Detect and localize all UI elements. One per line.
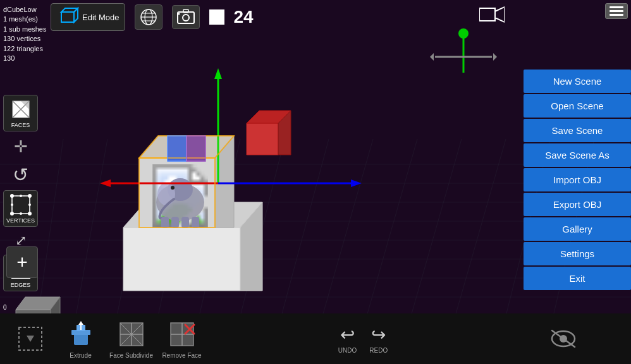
svg-marker-22 <box>123 228 240 291</box>
settings-button[interactable]: Settings <box>524 242 631 265</box>
hamburger-line-1 <box>610 6 623 8</box>
sub-meshes: 1 sub meshes <box>3 25 46 34</box>
face-subdivide-label: Face Subdivide <box>109 352 153 359</box>
svg-point-66 <box>178 13 180 15</box>
frame-counter: 24 <box>234 7 254 27</box>
coord-value: 0 <box>3 304 7 311</box>
svg-marker-67 <box>479 8 495 21</box>
hamburger-line-3 <box>610 14 623 16</box>
top-toolbar: Edit Mode 24 <box>51 3 254 31</box>
svg-point-85 <box>28 212 32 215</box>
svg-point-87 <box>20 212 22 215</box>
object-name: dCubeLow <box>3 5 46 15</box>
svg-marker-69 <box>495 7 505 22</box>
svg-marker-99 <box>78 321 83 325</box>
remove-face-tool-button[interactable]: Remove Face <box>158 318 205 359</box>
visibility-button[interactable] <box>539 323 587 355</box>
svg-point-36 <box>171 186 175 190</box>
mesh-count: 1 mesh(es) <box>3 15 46 24</box>
svg-marker-54 <box>61 12 74 22</box>
globe-icon <box>139 8 158 27</box>
svg-rect-80 <box>12 196 30 214</box>
svg-rect-37 <box>161 217 169 228</box>
extra-count: 130 <box>3 54 46 63</box>
vertices-label: VERTICES <box>6 217 35 224</box>
screenshot-icon <box>176 8 195 26</box>
add-icon: + <box>16 252 28 273</box>
redo-icon: ↪ <box>371 324 386 345</box>
vertices-icon <box>9 193 32 216</box>
svg-marker-30 <box>247 123 278 155</box>
remove-face-icon <box>166 318 198 350</box>
svg-marker-49 <box>168 136 187 161</box>
svg-point-88 <box>11 203 13 206</box>
open-scene-button[interactable]: Open Scene <box>524 94 631 118</box>
vertices-tool-button[interactable]: VERTICES <box>3 190 38 227</box>
svg-marker-50 <box>187 136 205 161</box>
face-subdivide-icon <box>116 318 147 350</box>
svg-point-86 <box>20 195 22 197</box>
face-subdivide-tool-button[interactable]: Face Subdivide <box>107 318 155 359</box>
right-menu-panel: New Scene Open Scene Save Scene Save Sce… <box>524 70 631 290</box>
add-object-button[interactable]: + <box>6 246 38 278</box>
svg-point-84 <box>10 212 14 215</box>
move-tool-button[interactable]: ✛ <box>11 135 30 159</box>
svg-marker-56 <box>74 8 78 22</box>
edges-label: EDGES <box>11 282 31 288</box>
faces-tool-button[interactable]: FACES <box>3 95 38 131</box>
select-tool-button[interactable] <box>6 323 54 355</box>
gallery-button[interactable]: Gallery <box>524 217 631 241</box>
svg-rect-39 <box>181 217 189 228</box>
vertices-count: 130 vertices <box>3 34 46 44</box>
camera-icon <box>479 5 505 24</box>
triangles-count: 122 triangles <box>3 44 46 54</box>
select-icon <box>15 323 46 355</box>
svg-rect-38 <box>171 217 179 228</box>
save-scene-button[interactable]: Save Scene <box>524 119 631 142</box>
world-view-button[interactable] <box>135 4 162 30</box>
screenshot-button[interactable] <box>172 5 200 29</box>
export-obj-button[interactable]: Export OBJ <box>524 193 631 216</box>
undo-label: UNDO <box>338 347 357 354</box>
svg-rect-81 <box>12 196 30 214</box>
redo-button[interactable]: ↪ REDO <box>369 324 388 354</box>
white-square-icon <box>209 9 224 25</box>
edit-mode-label: Edit Mode <box>82 13 119 22</box>
bottom-toolbar: Extrude Face Subdivide <box>0 313 631 364</box>
box-3d-icon <box>56 6 79 28</box>
svg-rect-68 <box>479 8 495 21</box>
svg-point-71 <box>458 28 469 39</box>
save-scene-as-button[interactable]: Save Scene As <box>524 143 631 167</box>
undo-button[interactable]: ↩ UNDO <box>338 324 357 354</box>
svg-rect-95 <box>74 334 88 345</box>
svg-rect-65 <box>183 9 188 13</box>
object-info: dCubeLow 1 mesh(es) 1 sub meshes 130 ver… <box>3 5 46 63</box>
compass-icon <box>429 28 498 85</box>
redo-label: REDO <box>369 347 388 354</box>
hamburger-menu-button[interactable] <box>605 3 628 19</box>
extrude-tool-button[interactable]: Extrude <box>57 318 104 359</box>
svg-rect-40 <box>192 217 199 228</box>
remove-face-label: Remove Face <box>162 352 201 359</box>
camera-button[interactable] <box>479 5 505 27</box>
rotate-tool-button[interactable]: ↺ <box>11 162 30 187</box>
nav-compass[interactable] <box>429 28 498 88</box>
svg-marker-74 <box>493 53 497 61</box>
extrude-label: Extrude <box>70 352 91 359</box>
new-scene-button[interactable]: New Scene <box>524 70 631 93</box>
edit-mode-button[interactable]: Edit Mode <box>51 3 125 31</box>
svg-point-89 <box>28 203 31 206</box>
svg-point-64 <box>183 15 189 21</box>
eye-icon <box>548 323 579 355</box>
import-obj-button[interactable]: Import OBJ <box>524 168 631 191</box>
svg-point-83 <box>28 194 32 198</box>
svg-marker-75 <box>430 53 434 61</box>
faces-icon <box>9 98 32 121</box>
extrude-icon <box>65 318 97 350</box>
svg-rect-63 <box>178 12 194 23</box>
svg-marker-94 <box>27 336 34 342</box>
hamburger-line-2 <box>610 10 623 12</box>
exit-button[interactable]: Exit <box>524 267 631 290</box>
viewport[interactable]: dCubeLow 1 mesh(es) 1 sub meshes 130 ver… <box>0 0 631 364</box>
svg-point-82 <box>10 194 14 198</box>
